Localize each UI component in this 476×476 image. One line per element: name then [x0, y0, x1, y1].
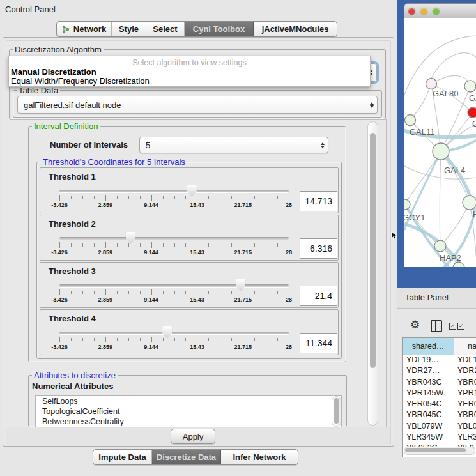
table-horizontal-scrollbar[interactable] [404, 447, 475, 455]
threshold-3-slider-thumb[interactable] [236, 279, 245, 291]
threshold-2-value-field[interactable]: 6.316 [300, 238, 337, 259]
threshold-2-slider-thumb[interactable] [126, 232, 135, 244]
close-traffic-light[interactable] [408, 8, 415, 15]
cell-shared-name[interactable]: YLR345W [403, 433, 454, 443]
popup-item-manual-discretization[interactable]: Manual Discretization [11, 67, 96, 77]
tick-mark [82, 291, 83, 294]
node[interactable] [463, 196, 476, 210]
cell-name[interactable]: YDL1 [454, 355, 476, 366]
tab-infer-network[interactable]: Infer Network [221, 450, 298, 464]
checkbox-icon[interactable]: ✓ [457, 323, 464, 330]
apply-button[interactable]: Apply [171, 429, 215, 444]
cell-name[interactable]: YLR3 [454, 433, 476, 443]
column-header-name[interactable]: na [454, 338, 476, 355]
mouse-cursor [391, 231, 398, 241]
tick-mark [185, 338, 186, 341]
tick-mark [254, 243, 255, 247]
cell-name[interactable]: YBR0 [454, 378, 476, 388]
cell-shared-name[interactable]: YPR145W [403, 388, 454, 399]
number-of-intervals-combobox[interactable]: 5 [139, 137, 328, 153]
node[interactable] [405, 115, 416, 126]
table-row[interactable]: YBR045CYBR0 [403, 410, 476, 421]
tab-style[interactable]: Style [112, 22, 146, 36]
tick-label: -3.426 [40, 202, 79, 208]
tick-label: 15.43 [178, 344, 216, 350]
tick-mark [117, 338, 118, 341]
table-row[interactable]: YDR27…YDR2 [403, 366, 476, 377]
selected-red-node[interactable] [468, 107, 476, 118]
threshold-1-slider-thumb[interactable] [187, 185, 197, 197]
table-row[interactable]: YER054CYER0 [403, 399, 476, 410]
list-item-betweennesscentrality[interactable]: BetweennessCentrality [36, 417, 341, 427]
table-row[interactable]: YLR345WYLR3 [403, 433, 476, 443]
cell-name[interactable]: YER0 [454, 399, 476, 410]
threshold-4-value-field[interactable]: 11.344 [300, 333, 337, 353]
cell-shared-name[interactable]: YBR045C [403, 410, 454, 421]
cell-shared-name[interactable]: YBL079W [403, 422, 454, 433]
tab-network[interactable]: Network [57, 22, 112, 36]
threshold-2-slider-track[interactable] [59, 237, 289, 240]
column-header-shared-name[interactable]: shared… [403, 338, 454, 355]
tick-mark [220, 291, 220, 294]
cell-shared-name[interactable]: YER054C [403, 399, 454, 410]
node[interactable] [453, 262, 464, 267]
HAP2-node[interactable] [434, 240, 446, 252]
tab-cyni-toolbox[interactable]: Cyni Toolbox [185, 22, 254, 36]
tab-label: Infer Network [233, 452, 286, 462]
cell-shared-name[interactable]: YDL19… [403, 355, 454, 366]
tick-mark [220, 338, 220, 341]
list-item-selfloops[interactable]: SelfLoops [36, 396, 341, 406]
cell-shared-name[interactable]: YDR27… [403, 366, 454, 377]
table-row[interactable]: YDL19…YDL1 [403, 355, 476, 366]
GAL4-node[interactable] [433, 143, 449, 160]
cell-name[interactable]: YDR2 [454, 366, 476, 377]
tab-discretize-data[interactable]: Discretize Data [152, 450, 221, 464]
checkbox-icon[interactable]: ✓ [449, 323, 456, 330]
tick-label: 9.144 [132, 344, 171, 350]
columns-icon[interactable] [431, 320, 442, 332]
cell-name[interactable]: YBL0 [454, 422, 476, 433]
table-row[interactable]: YPR145WYPR1 [403, 388, 476, 399]
tab-select[interactable]: Select [146, 22, 185, 36]
table-row[interactable]: YBR043CYBR0 [403, 378, 476, 388]
network-canvas[interactable]: GAL80GACGAL11GAL4GCY1HHAP2 [404, 18, 476, 267]
GAL80-node[interactable] [426, 79, 437, 89]
popup-placeholder-item[interactable]: Select algorithm to view settings [9, 58, 370, 67]
zoom-traffic-light[interactable] [433, 8, 440, 15]
tick-mark [128, 291, 129, 294]
node[interactable] [464, 81, 476, 92]
tick-mark [243, 195, 243, 201]
tick-mark [289, 337, 289, 342]
threshold-3-value-field[interactable]: 21.4 [300, 286, 337, 306]
gear-icon[interactable]: ⚙ [410, 318, 420, 332]
threshold-1-slider-track[interactable] [59, 190, 289, 192]
tab-impute-data[interactable]: Impute Data [93, 450, 152, 464]
table-data-combobox[interactable]: galFiltered.sif default node [17, 96, 378, 114]
threshold-3-slider-track[interactable] [59, 284, 289, 287]
tick-mark [105, 195, 106, 201]
threshold-4-slider-track[interactable] [59, 332, 289, 334]
GCY1-node[interactable] [404, 199, 410, 210]
tab-label: Style [119, 24, 139, 34]
threshold-2-label: Threshold 2 [49, 219, 96, 229]
cell-name[interactable]: YPR1 [454, 388, 476, 399]
cell-name[interactable]: YBR0 [454, 410, 476, 421]
tick-label: 9.144 [132, 249, 171, 256]
minimize-traffic-light[interactable] [420, 8, 427, 15]
threshold-4-slider-thumb[interactable] [162, 326, 172, 339]
tick-mark [266, 243, 266, 247]
table-row[interactable]: YBL079WYBL0 [403, 422, 476, 433]
tick-mark [208, 243, 209, 247]
cell-shared-name[interactable]: YBR043C [403, 378, 454, 388]
settings-vertical-scrollbar[interactable] [367, 121, 378, 426]
network-window-titlebar[interactable] [404, 3, 476, 19]
popup-item-equal-width-frequency[interactable]: Equal Width/Frequency Discretization [11, 76, 150, 86]
tab-jactivemnodules[interactable]: jActiveMNodules [254, 22, 337, 36]
attributes-list-scrollbar[interactable] [332, 396, 341, 427]
network-edge [441, 151, 470, 203]
tick-label: 15.43 [178, 202, 216, 208]
threshold-1-value-field[interactable]: 14.713 [300, 191, 337, 211]
list-item-topologicalcoefficient[interactable]: TopologicalCoefficient [36, 406, 341, 417]
threshold-3-panel: Threshold 3-3.4262.8599.14415.4321.71528… [40, 262, 339, 308]
node-label-C: C [472, 119, 476, 128]
